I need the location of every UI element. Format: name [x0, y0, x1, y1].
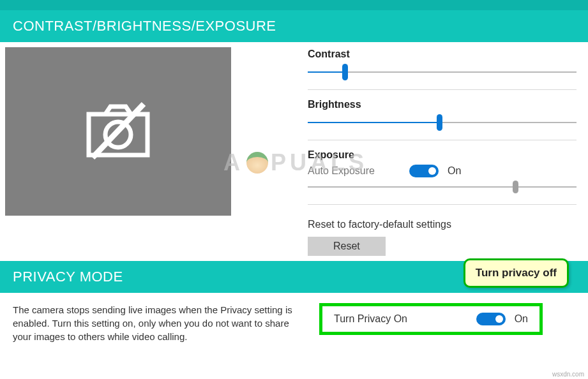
top-accent-bar	[0, 0, 588, 10]
controls-panel: Contrast Brightness Exposure Auto Exposu…	[308, 47, 583, 256]
privacy-toggle-highlight: Turn Privacy On On	[319, 303, 543, 335]
brightness-label: Brightness	[308, 99, 577, 110]
brightness-slider[interactable]	[308, 122, 577, 123]
contrast-label: Contrast	[308, 48, 577, 60]
camera-preview	[5, 47, 231, 216]
privacy-body: The camera stops sending live images whe…	[0, 293, 588, 343]
divider	[308, 204, 577, 205]
reset-label: Reset to factory-default settings	[308, 219, 577, 230]
watermark-site: wsxdn.com	[552, 371, 584, 378]
divider	[308, 140, 577, 140]
section-header-contrast: CONTRAST/BRIGHTNESS/EXPOSURE	[0, 10, 588, 42]
exposure-slider	[308, 186, 577, 188]
auto-exposure-label: Auto Exposure	[308, 165, 375, 177]
privacy-toggle-state: On	[515, 313, 528, 325]
no-camera-icon	[80, 95, 156, 168]
auto-exposure-toggle[interactable]	[409, 165, 439, 177]
privacy-toggle-label: Turn Privacy On	[334, 313, 407, 325]
contrast-slider[interactable]	[308, 71, 577, 73]
privacy-header-row: PRIVACY MODE Turn privacy off	[0, 261, 588, 293]
brightness-group: Brightness	[308, 99, 577, 133]
divider	[308, 89, 577, 90]
content-row: Contrast Brightness Exposure Auto Exposu…	[0, 42, 588, 256]
privacy-description: The camera stops sending live images whe…	[13, 303, 300, 343]
callout-annotation: Turn privacy off	[464, 258, 569, 288]
reset-button[interactable]: Reset	[308, 237, 386, 256]
exposure-group: Exposure Auto Exposure On	[308, 149, 577, 198]
auto-exposure-state: On	[448, 165, 461, 177]
privacy-toggle[interactable]	[476, 313, 506, 325]
reset-row: Reset to factory-default settings Reset	[308, 219, 577, 256]
contrast-group: Contrast	[308, 48, 577, 83]
exposure-label: Exposure	[308, 149, 577, 161]
